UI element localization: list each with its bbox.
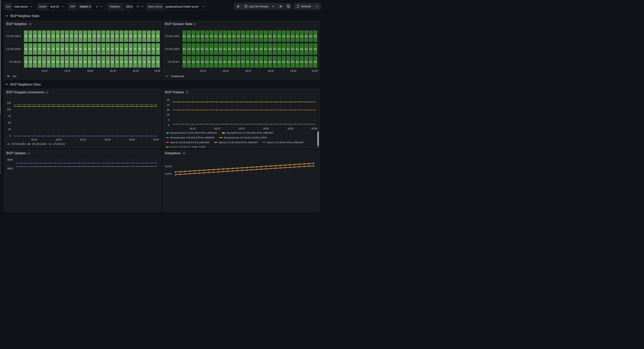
svg-text:Ye: Ye [134, 35, 136, 37]
svg-text:Es: Es [273, 35, 276, 37]
svg-text:16:15: 16:15 [64, 69, 70, 72]
svg-text:Ye: Ye [38, 35, 41, 37]
svg-text:50: 50 [8, 121, 11, 124]
svg-text:Es: Es [282, 60, 285, 63]
svg-text:Ye: Ye [102, 48, 105, 50]
svg-text:Es: Es [264, 60, 267, 63]
svg-text:16:10: 16:10 [42, 69, 48, 72]
svg-text:Ye: Ye [134, 60, 136, 63]
svg-text:BGP Neighbor State: BGP Neighbor State [10, 14, 40, 18]
svg-text:Es: Es [278, 60, 281, 63]
svg-text:Es: Es [242, 35, 244, 37]
svg-text:Ye: Ye [84, 60, 86, 63]
svg-text:Ye: Ye [56, 35, 59, 37]
svg-text:Ye: Ye [93, 48, 96, 50]
svg-text:Ye: Ye [152, 35, 154, 37]
svg-text:Es: Es [188, 48, 190, 50]
svg-text:Yes: Yes [12, 75, 16, 77]
svg-text:16:15: 16:15 [214, 127, 220, 130]
svg-text:Ye: Ye [129, 60, 132, 63]
svg-text:Es: Es [314, 60, 317, 63]
svg-text:Es: Es [214, 35, 217, 37]
svg-text:Es: Es [305, 60, 308, 63]
svg-text:Es: Es [210, 48, 213, 50]
svg-text:Ye: Ye [29, 60, 32, 63]
svg-text:Ye: Ye [42, 48, 45, 50]
svg-text:Ye: Ye [102, 60, 105, 63]
svg-text:Es: Es [242, 48, 244, 50]
svg-text:Es: Es [201, 60, 204, 63]
svg-text:Ye: Ye [65, 35, 68, 37]
svg-text:Es: Es [183, 48, 186, 50]
svg-text:Es: Es [183, 35, 186, 37]
svg-text:Ye: Ye [106, 48, 109, 50]
svg-text:Ye: Ye [143, 35, 146, 37]
svg-text:Es: Es [264, 48, 267, 50]
svg-text:8000: 8000 [7, 158, 13, 161]
svg-text:Ye: Ye [120, 48, 123, 50]
svg-text:Ye: Ye [29, 48, 32, 50]
svg-text:Ye: Ye [156, 35, 159, 37]
svg-text:Ye: Ye [147, 60, 150, 63]
svg-text:Es: Es [309, 60, 312, 63]
svg-text:Ye: Ye [24, 35, 27, 37]
svg-text:Es: Es [232, 48, 236, 50]
svg-text:Ye: Ye [61, 35, 64, 37]
svg-text:Es: Es [296, 48, 299, 50]
svg-text:Es: Es [296, 60, 299, 63]
svg-text:Es: Es [269, 48, 272, 50]
svg-text:16:15: 16:15 [222, 69, 228, 72]
svg-text:Es: Es [192, 60, 195, 63]
svg-text:172.30.8.0: 172.30.8.0 [168, 60, 179, 63]
svg-text:16:25: 16:25 [110, 69, 116, 72]
svg-text:172.30.128.4: 172.30.128.4 [12, 143, 26, 145]
svg-text:Es: Es [273, 60, 276, 63]
svg-text:Ye: Ye [61, 60, 64, 63]
svg-text:Es: Es [192, 35, 195, 37]
svg-text:16:20: 16:20 [245, 69, 251, 72]
svg-text:Es: Es [246, 60, 249, 63]
svg-text:Ye: Ye [52, 60, 54, 63]
svg-text:Es: Es [269, 35, 272, 37]
svg-text:100: 100 [6, 108, 11, 111]
svg-text:Ye: Ye [111, 60, 114, 63]
svg-text:Ye: Ye [79, 60, 82, 63]
svg-text:3.33 K: 3.33 K [165, 165, 172, 168]
svg-text:Ye: Ye [97, 60, 100, 63]
svg-text:Es: Es [228, 60, 231, 63]
svg-text:16:35: 16:35 [154, 69, 160, 72]
svg-text:16:30: 16:30 [132, 69, 138, 72]
svg-text:Es: Es [219, 48, 222, 50]
svg-text:Ye: Ye [93, 35, 96, 37]
svg-text:Es: Es [219, 60, 222, 63]
svg-text:Es: Es [250, 35, 254, 37]
svg-text:Ye: Ye [124, 60, 127, 63]
svg-text:Es: Es [224, 60, 226, 63]
svg-text:16:25: 16:25 [268, 69, 274, 72]
svg-text:Ye: Ye [152, 48, 154, 50]
svg-text:Ye: Ye [129, 35, 132, 37]
svg-text:Es: Es [260, 60, 262, 63]
svg-text:Ye: Ye [116, 48, 118, 50]
svg-text:Ye: Ye [24, 48, 27, 50]
svg-text:Ye: Ye [147, 35, 150, 37]
svg-text:172.30.8.0: 172.30.8.0 [9, 60, 21, 63]
svg-text:Es: Es [196, 60, 199, 63]
svg-text:10: 10 [167, 114, 170, 116]
svg-text:172.30.128.6: 172.30.128.6 [165, 47, 180, 50]
svg-text:Ye: Ye [70, 60, 73, 63]
svg-text:16:35: 16:35 [311, 127, 317, 130]
svg-text:172.30.8.0: 172.30.8.0 [53, 143, 65, 145]
svg-text:Es: Es [228, 35, 231, 37]
svg-text:Es: Es [305, 48, 308, 50]
svg-text:Es: Es [273, 48, 276, 50]
svg-text:Es: Es [201, 48, 204, 50]
svg-text:Ye: Ye [52, 35, 54, 37]
svg-text:Es: Es [210, 60, 213, 63]
svg-text:Ye: Ye [88, 48, 91, 50]
svg-text:Ye: Ye [111, 35, 114, 37]
svg-text:Ye: Ye [147, 48, 150, 50]
svg-text:Ye: Ye [120, 60, 123, 63]
svg-text:Ye: Ye [61, 48, 64, 50]
svg-text:16:10: 16:10 [31, 138, 37, 141]
